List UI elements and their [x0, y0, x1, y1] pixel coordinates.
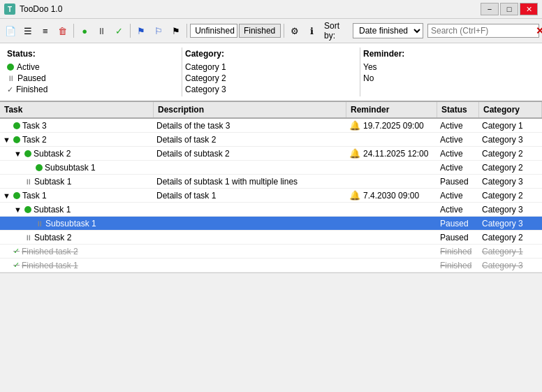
- task-reminder: 🔔7.4.2030 09:00: [346, 189, 437, 202]
- pause-icon: ⏸: [24, 233, 32, 242]
- col-task: Task: [0, 102, 154, 117]
- status-finished[interactable]: ✓ Finished: [7, 84, 179, 95]
- task-reminder: [346, 180, 437, 183]
- task-reminder: [346, 138, 437, 141]
- task-category: Category 2: [479, 189, 542, 202]
- app-title: TooDoo 1.0: [20, 4, 62, 14]
- task-desc: [154, 222, 346, 225]
- finish-button[interactable]: ✓: [111, 23, 127, 38]
- task-category: Category 3: [479, 175, 542, 188]
- task-status: Active: [437, 161, 479, 174]
- task-label: Subtask 1: [34, 177, 71, 187]
- table-row[interactable]: ▼Task 1Details of task 1🔔7.4.2030 09:00A…: [0, 189, 542, 203]
- table-row[interactable]: ⏸Subtask 2PausedCategory 2: [0, 231, 542, 245]
- sep2: [130, 24, 131, 38]
- table-row[interactable]: ✓Finished task 1FinishedCategory 3: [0, 259, 542, 273]
- table-row[interactable]: ▼Subtask 1ActiveCategory 3: [0, 203, 542, 217]
- check-icon: ✓: [13, 247, 20, 256]
- app-icon: T: [4, 3, 15, 15]
- tab-finished[interactable]: Finished: [239, 24, 281, 38]
- search-input[interactable]: [431, 26, 536, 36]
- task-reminder: [346, 208, 437, 211]
- settings-button[interactable]: ⚙: [287, 23, 303, 38]
- filter2-button[interactable]: ⚐: [151, 23, 167, 38]
- delete-button[interactable]: 🗑: [54, 23, 71, 38]
- status-paused-label: Paused: [17, 73, 46, 83]
- maximize-button[interactable]: □: [500, 3, 518, 15]
- tab-unfinished[interactable]: Unfinished: [190, 24, 237, 38]
- task-desc: [154, 250, 346, 253]
- table-row[interactable]: Subsubtask 1ActiveCategory 2: [0, 161, 542, 175]
- reminder-no[interactable]: No: [363, 73, 535, 84]
- expand-arrow[interactable]: ▼: [14, 150, 22, 158]
- table-row[interactable]: ✓Finished task 2FinishedCategory 1: [0, 245, 542, 259]
- task-category: Category 3: [479, 133, 542, 146]
- category-filter-label: Category:: [185, 49, 357, 59]
- title-bar: T TooDoo 1.0 − □ ✕: [0, 0, 542, 19]
- expand-arrow[interactable]: ▼: [3, 191, 11, 200]
- task-label: Subtask 2: [34, 233, 71, 242]
- close-button[interactable]: ✕: [520, 3, 538, 15]
- task-label: Subsubtask 1: [45, 219, 96, 228]
- status-filter-list: Active ⏸ Paused ✓ Finished: [7, 61, 179, 95]
- sort-label: Sort by:: [324, 21, 351, 41]
- expand-arrow[interactable]: ▼: [3, 136, 11, 144]
- pause-icon: ⏸: [36, 219, 43, 228]
- task-label: Finished task 2: [22, 247, 78, 256]
- status-active-label: Active: [17, 62, 40, 72]
- task-dot: [13, 136, 20, 143]
- sep1: [73, 24, 74, 38]
- task-status: Finished: [437, 245, 479, 258]
- task-status: Active: [437, 189, 479, 202]
- tree-header: Task Description Reminder Status Categor…: [0, 102, 542, 119]
- reminder-text: 7.4.2030 09:00: [363, 191, 419, 201]
- task-status: Active: [437, 133, 479, 146]
- task-reminder: [346, 264, 437, 267]
- reminder-filter-list: Yes No: [363, 61, 535, 84]
- task-category: Category 3: [479, 203, 542, 216]
- sort-select[interactable]: Date finishedDate createdNameStatusCateg…: [353, 23, 423, 38]
- filter3-button[interactable]: ⚑: [168, 23, 184, 38]
- indent-button[interactable]: ≡: [37, 23, 53, 38]
- title-controls: − □ ✕: [481, 3, 538, 15]
- category-filter-list: Category 1 Category 2 Category 3: [185, 61, 357, 95]
- task-reminder: 🔔24.11.2025 12:00: [346, 147, 437, 160]
- task-status: Paused: [437, 175, 479, 188]
- col-status: Status: [437, 102, 479, 117]
- toolbar: 📄 ☰ ≡ 🗑 ● ⏸ ✓ ⚑ ⚐ ⚑ Unfinished Finished …: [0, 19, 542, 43]
- pause-icon: ⏸: [7, 74, 15, 82]
- new-button[interactable]: 📄: [3, 23, 19, 38]
- filter-button[interactable]: ⚑: [133, 23, 149, 38]
- category-2[interactable]: Category 2: [185, 73, 357, 84]
- task-desc: [154, 166, 346, 169]
- category-3[interactable]: Category 3: [185, 84, 357, 95]
- active-button[interactable]: ●: [77, 23, 93, 38]
- task-reminder: [346, 236, 437, 239]
- task-desc: Details of task 2: [154, 133, 346, 146]
- minimize-button[interactable]: −: [481, 3, 499, 15]
- table-row[interactable]: ▼Task 2Details of task 2ActiveCategory 3: [0, 133, 542, 147]
- task-desc: Details of task 1: [154, 189, 346, 202]
- task-status: Active: [437, 203, 479, 216]
- table-row[interactable]: Task 3Details of the task 3🔔19.7.2025 09…: [0, 119, 542, 133]
- tree-body: Task 3Details of the task 3🔔19.7.2025 09…: [0, 119, 542, 273]
- search-clear-button[interactable]: ✕: [536, 25, 542, 36]
- category-1[interactable]: Category 1: [185, 61, 357, 73]
- list-button[interactable]: ☰: [20, 23, 36, 38]
- help-button[interactable]: ℹ: [304, 23, 320, 38]
- task-status: Active: [437, 119, 479, 132]
- reminder-yes[interactable]: Yes: [363, 61, 535, 73]
- pause-button[interactable]: ⏸: [94, 23, 110, 38]
- status-active[interactable]: Active: [7, 61, 179, 73]
- expand-arrow[interactable]: ▼: [14, 205, 22, 214]
- table-row[interactable]: ▼Subtask 2Details of subtask 2🔔24.11.202…: [0, 147, 542, 161]
- col-desc: Description: [154, 102, 346, 117]
- table-row[interactable]: ⏸Subsubtask 1PausedCategory 3: [0, 217, 542, 231]
- task-dot: [24, 150, 31, 157]
- table-row[interactable]: ⏸Subtask 1Details of subtask 1 with mult…: [0, 175, 542, 189]
- status-paused[interactable]: ⏸ Paused: [7, 73, 179, 84]
- task-label: Subtask 2: [34, 149, 71, 159]
- task-status: Paused: [437, 231, 479, 244]
- bell-icon: 🔔: [349, 120, 360, 131]
- reminder-text: 24.11.2025 12:00: [363, 149, 428, 159]
